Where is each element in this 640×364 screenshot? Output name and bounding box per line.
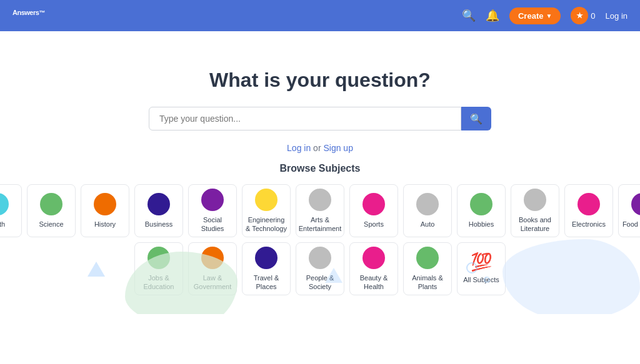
subject-icon-travel	[255, 247, 278, 269]
main-content: What is your question? 🔍 Log in or Sign …	[0, 31, 640, 314]
chevron-down-icon: ▼	[546, 12, 552, 19]
subject-icon-science	[40, 193, 62, 215]
subject-icon-food	[631, 193, 640, 215]
subject-label-auto: Auto	[418, 220, 438, 229]
auth-separator: or	[313, 143, 323, 153]
subject-card-all[interactable]: 💯All Subjects	[457, 242, 506, 295]
subject-card-beauty[interactable]: Beauty & Health	[349, 242, 398, 295]
subject-card-jobs[interactable]: Jobs & Education	[134, 242, 183, 295]
subject-emoji-all: 💯	[471, 253, 492, 271]
subject-icon-electronics	[578, 193, 600, 215]
subject-label-business: Business	[142, 220, 176, 229]
subject-label-travel: Travel & Places	[242, 274, 290, 290]
subject-icon-engineering	[255, 189, 278, 211]
subject-label-law: Law & Government	[189, 274, 236, 290]
subject-icon-jobs	[148, 247, 170, 269]
subject-card-science[interactable]: Science	[27, 184, 76, 237]
subject-card-sports[interactable]: Sports	[349, 184, 398, 237]
subject-label-math: Math	[0, 220, 8, 229]
subject-label-science: Science	[36, 220, 66, 229]
login-link-main[interactable]: Log in	[287, 143, 311, 153]
browse-subjects-title: Browse Subjects	[12, 163, 628, 174]
subject-label-jobs: Jobs & Education	[135, 274, 182, 290]
search-button[interactable]: 🔍	[461, 107, 491, 130]
subject-card-arts[interactable]: Arts & Entertainment	[296, 184, 344, 237]
subject-icon-sports	[362, 193, 385, 215]
subject-icon-business	[148, 193, 170, 215]
subject-label-history: History	[92, 220, 118, 229]
subject-card-business[interactable]: Business	[134, 184, 183, 237]
subjects-wrapper: MathScienceHistoryBusinessSocial Studies…	[12, 184, 628, 295]
subject-icon-hobbies	[470, 193, 492, 215]
subject-icon-history	[94, 193, 116, 215]
navbar: Answers™ 🔍 🔔 Create ▼ ★ 0 Log in	[0, 0, 640, 31]
subject-card-people[interactable]: People & Society	[296, 242, 344, 295]
bell-icon[interactable]: 🔔	[486, 9, 499, 22]
subject-label-social-studies: Social Studies	[189, 216, 236, 232]
subject-card-law[interactable]: Law & Government	[188, 242, 237, 295]
auth-links: Log in or Sign up	[12, 143, 628, 153]
search-icon[interactable]: 🔍	[462, 9, 476, 22]
navbar-right: 🔍 🔔 Create ▼ ★ 0 Log in	[462, 7, 628, 24]
subject-icon-math	[0, 193, 9, 215]
subject-icon-auto	[416, 193, 439, 215]
subject-label-electronics: Electronics	[569, 220, 608, 229]
page-title: What is your question?	[12, 69, 628, 92]
subject-card-engineering[interactable]: Engineering & Technology	[242, 184, 291, 237]
subject-icon-books	[524, 189, 546, 211]
search-container: 🔍	[12, 107, 628, 130]
subject-label-arts: Arts & Entertainment	[296, 216, 344, 232]
subjects-row-2: Jobs & EducationLaw & GovernmentTravel &…	[134, 242, 506, 295]
subject-label-animals: Animals & Plants	[404, 274, 451, 290]
subject-icon-animals	[416, 247, 439, 269]
subject-icon-beauty	[362, 247, 385, 269]
subject-card-books[interactable]: Books and Literature	[511, 184, 559, 237]
subject-card-history[interactable]: History	[81, 184, 129, 237]
search-input[interactable]	[149, 107, 461, 130]
subject-icon-law	[201, 247, 224, 269]
points-badge: ★	[571, 7, 588, 24]
create-button[interactable]: Create ▼	[509, 7, 561, 24]
subject-icon-social-studies	[201, 189, 224, 211]
subject-card-math[interactable]: Math	[0, 184, 22, 237]
subject-label-all: All Subjects	[461, 276, 501, 284]
subject-card-auto[interactable]: Auto	[403, 184, 452, 237]
subject-label-hobbies: Hobbies	[466, 220, 496, 229]
subject-card-hobbies[interactable]: Hobbies	[457, 184, 506, 237]
subject-label-engineering: Engineering & Technology	[242, 216, 290, 232]
subject-card-electronics[interactable]: Electronics	[564, 184, 613, 237]
site-logo: Answers™	[12, 7, 45, 24]
subject-icon-people	[309, 247, 331, 269]
subject-icon-arts	[309, 189, 331, 211]
points-icon: ★	[576, 11, 583, 20]
login-link[interactable]: Log in	[606, 11, 628, 21]
subject-label-people: People & Society	[296, 274, 344, 290]
points-container: ★ 0	[571, 7, 595, 24]
signup-link[interactable]: Sign up	[323, 143, 352, 153]
create-label: Create	[518, 11, 543, 21]
subjects-row-1: MathScienceHistoryBusinessSocial Studies…	[0, 184, 640, 237]
subject-card-animals[interactable]: Animals & Plants	[403, 242, 452, 295]
subject-label-sports: Sports	[361, 220, 386, 229]
subject-label-food: Food & Drink	[620, 220, 640, 229]
subject-card-social-studies[interactable]: Social Studies	[188, 184, 237, 237]
search-btn-icon: 🔍	[470, 114, 482, 124]
subject-label-books: Books and Literature	[511, 216, 559, 232]
subject-card-food[interactable]: Food & Drink	[618, 184, 640, 237]
points-value: 0	[591, 11, 595, 21]
subject-label-beauty: Beauty & Health	[350, 274, 398, 290]
subject-card-travel[interactable]: Travel & Places	[242, 242, 291, 295]
